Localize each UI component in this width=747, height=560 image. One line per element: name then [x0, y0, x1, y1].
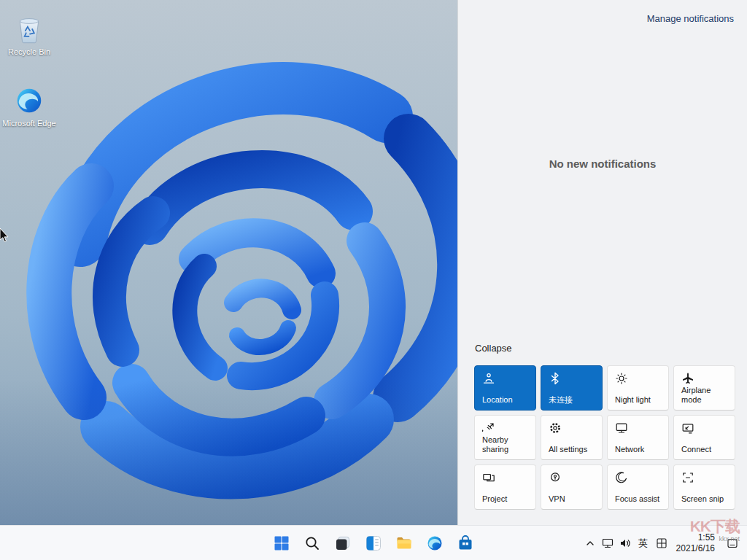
- quick-setting-label: All settings: [549, 445, 597, 454]
- taskbar-start-button[interactable]: [267, 529, 296, 558]
- vpn-icon: [549, 471, 562, 484]
- bluetooth-icon: [549, 372, 562, 385]
- location-icon: [482, 372, 495, 385]
- tray-time: 1:55: [676, 532, 715, 543]
- taskbar-widgets-button[interactable]: [359, 529, 388, 558]
- quick-setting-project[interactable]: Project: [474, 464, 536, 510]
- desktop-icon-microsoft-edge[interactable]: Microsoft Edge: [1, 85, 57, 128]
- clock[interactable]: 1:55 2021/6/16: [676, 532, 715, 554]
- edge-logo-icon: [13, 85, 45, 117]
- quick-setting-label: Airplane mode: [681, 386, 730, 405]
- nearby-sharing-icon: [482, 421, 495, 435]
- quick-setting-location[interactable]: Location: [474, 365, 536, 411]
- quick-setting-connect[interactable]: Connect: [673, 415, 735, 460]
- quick-setting-vpn[interactable]: VPN: [541, 464, 603, 510]
- night-light-icon: [615, 372, 628, 385]
- notification-center-panel: Manage notifications No new notification…: [457, 0, 747, 525]
- quick-setting-screen-snip[interactable]: Screen snip: [673, 464, 735, 510]
- desktop-screen: Recycle BinMicrosoft Edge Manage notific…: [0, 0, 747, 560]
- taskbar: 英 1:55 2021/6/16: [0, 525, 747, 560]
- system-tray: 英 1:55 2021/6/16: [581, 526, 744, 560]
- ime-pad-icon[interactable]: [653, 529, 670, 558]
- quick-setting-label: Screen snip: [681, 494, 730, 504]
- airplane-icon: [681, 372, 694, 385]
- quick-setting-label: Focus assist: [615, 494, 664, 504]
- volume-icon[interactable]: [616, 529, 634, 558]
- collapse-button[interactable]: Collapse: [475, 343, 512, 354]
- windows-logo-icon: [273, 534, 290, 552]
- quick-setting-label: Nearby sharing: [482, 435, 531, 454]
- taskbar-app-icons: [266, 526, 481, 560]
- quick-setting-focus-assist[interactable]: Focus assist: [607, 464, 669, 510]
- edge-browser-icon: [426, 534, 444, 552]
- quick-setting-label: Connect: [681, 445, 730, 454]
- ime-language-indicator[interactable]: 英: [634, 537, 653, 550]
- quick-setting-airplane[interactable]: Airplane mode: [673, 365, 735, 411]
- taskbar-store-button[interactable]: [451, 529, 480, 558]
- settings-icon: [549, 421, 562, 435]
- quick-setting-night-light[interactable]: Night light: [607, 365, 669, 411]
- network-tray-icon[interactable]: [599, 529, 616, 558]
- connect-icon: [681, 421, 694, 435]
- manage-notifications-link[interactable]: Manage notifications: [647, 13, 734, 24]
- quick-settings-grid: Location未连接Night lightAirplane modeNearb…: [474, 365, 735, 510]
- network-icon: [615, 421, 628, 435]
- recycle-bin-icon: [13, 13, 45, 45]
- quick-setting-label: Project: [482, 494, 531, 504]
- desktop-icon-label: Microsoft Edge: [2, 119, 55, 128]
- taskbar-edge-button[interactable]: [420, 529, 449, 558]
- store-icon: [457, 534, 474, 552]
- quick-setting-bluetooth[interactable]: 未连接: [541, 365, 603, 411]
- desktop-icon-label: Recycle Bin: [8, 47, 50, 57]
- taskbar-file-explorer-button[interactable]: [390, 529, 419, 558]
- taskbar-task-view-button[interactable]: [328, 529, 357, 558]
- quick-setting-label: Night light: [615, 395, 664, 405]
- taskbar-search-button[interactable]: [298, 529, 327, 558]
- notification-center-icon[interactable]: [724, 529, 741, 558]
- focus-assist-icon: [615, 471, 628, 484]
- task-view-icon: [334, 534, 352, 552]
- desktop-icon-recycle-bin[interactable]: Recycle Bin: [1, 13, 57, 57]
- tray-date: 2021/6/16: [676, 543, 715, 554]
- quick-setting-label: 未连接: [549, 395, 597, 405]
- project-icon: [482, 471, 495, 484]
- quick-setting-network[interactable]: Network: [607, 415, 669, 460]
- quick-setting-settings[interactable]: All settings: [541, 415, 603, 460]
- quick-setting-label: Location: [482, 395, 531, 405]
- quick-setting-nearby-sharing[interactable]: Nearby sharing: [474, 415, 536, 460]
- no-notifications-message: No new notifications: [458, 158, 747, 170]
- quick-setting-label: Network: [615, 445, 664, 454]
- widgets-icon: [365, 534, 382, 552]
- search-icon: [303, 534, 321, 552]
- file-explorer-icon: [395, 534, 413, 552]
- chevron-up-icon[interactable]: [581, 529, 599, 558]
- quick-setting-label: VPN: [549, 494, 597, 504]
- screen-snip-icon: [681, 471, 694, 484]
